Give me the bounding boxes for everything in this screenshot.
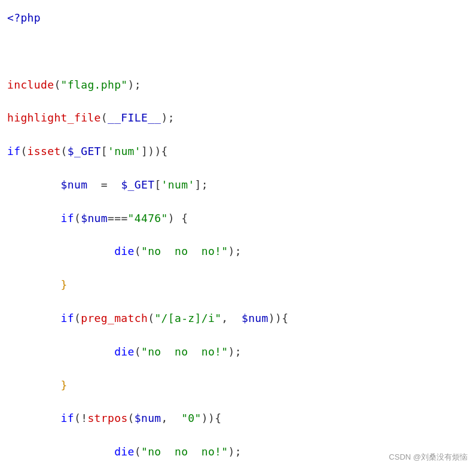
line-close-2: } <box>7 377 469 394</box>
line-blank-1 <box>7 43 469 60</box>
line-include: include("flag.php"); <box>7 77 469 93</box>
line-num-assign: $num = $_GET['num']; <box>7 177 469 193</box>
line-php-tag: <?php <box>7 10 469 26</box>
line-if-num-eq: if($num==="4476") { <box>7 210 469 227</box>
code-block: <?php include("flag.php"); highlight_fil… <box>7 10 469 471</box>
code-container: <?php include("flag.php"); highlight_fil… <box>0 0 476 471</box>
line-if-isset: if(isset($_GET['num'])){ <box>7 143 469 160</box>
line-die-2: die("no no no!"); <box>7 344 469 360</box>
line-close-1: } <box>7 276 469 293</box>
line-die-1: die("no no no!"); <box>7 243 469 260</box>
watermark: CSDN @刘桑没有烦恼 <box>389 452 468 463</box>
line-if-strpos: if(!strpos($num, "0")){ <box>7 410 469 427</box>
line-if-preg: if(preg_match("/[a-z]/i", $num)){ <box>7 310 469 327</box>
line-highlight: highlight_file(__FILE__); <box>7 110 469 126</box>
